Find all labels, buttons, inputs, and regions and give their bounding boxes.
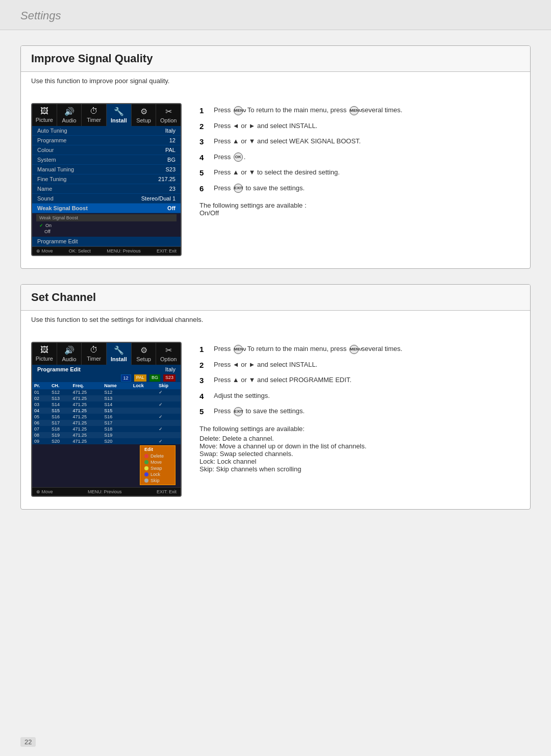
manualtuning-value: S23 [165,166,176,172]
sc-step-5-num: 5 [199,406,211,418]
set-channel-following: The following settings are available: De… [199,425,520,473]
tv-tab-option: ✂ Option [156,104,181,126]
tv-tab2-option-label: Option [160,356,177,362]
col-skip: Skip [157,382,181,389]
table-row: 06 S17 471.25 S17 [32,420,181,426]
menu-button-icon-2: MENU [349,106,359,115]
menu-row-colour: Colour PAL [32,145,181,155]
tv-tab2-option: ✂ Option [156,343,181,365]
prog-edit-header-row: Programme Edit Italy [32,365,181,374]
row-skip: ✓ [157,389,181,395]
programme-table: Pr. CH. Freq. Name Lock Skip [32,382,181,444]
edit-popup-area: Edit Delete Move [32,444,181,487]
row-pr: 03 [32,401,49,408]
sc-lock-desc: Lock: Lock channel [199,458,520,465]
sc-step-5: 5 Press EXIT to save the settings. [199,406,520,418]
badge-bg: BG [149,374,160,382]
improve-signal-title: Improve Signal Quality [21,46,530,72]
row-lock [131,438,157,444]
menu-row-finetuning: Fine Tuning 217.25 [32,174,181,184]
step-6-num: 6 [199,183,211,195]
option-icon: ✂ [157,107,180,116]
col-pr: Pr. [32,382,49,389]
table-row: 07 S18 471.25 S18 ✓ [32,426,181,432]
row-skip: ✓ [157,414,181,420]
picture-icon-2: 🖼 [33,345,56,355]
row-skip: ✓ [157,426,181,432]
edit-popup-title: Edit [144,447,171,452]
row-name: S19 [102,432,131,438]
sc-exit-button: EXIT [234,407,243,416]
set-channel-steps-col: 1 Press MENU. To return to the main menu… [199,342,520,497]
tv-tab-option-label: Option [160,117,177,123]
tv-tab2-audio-label: Audio [62,356,76,362]
col-name: Name [102,382,131,389]
step-1-num: 1 [199,105,211,117]
status-badges: 12 PAL BG S23 [32,374,181,382]
row-pr: 01 [32,389,49,395]
row-freq: 471.25 [71,420,103,426]
edit-skip-label: Skip [151,478,160,483]
ok-button-icon: OK [234,153,243,162]
setup-icon-2: ⚙ [133,345,155,355]
submenu-title: Weak Signal Boost [36,214,177,221]
improve-following-text: The following settings are available : O… [199,201,520,217]
install-icon: 🔧 [108,107,130,116]
set-channel-title: Set Channel [21,285,530,311]
sc-step-2-num: 2 [199,360,211,371]
timer-icon-2: ⏱ [83,345,105,355]
col-freq: Freq. [71,382,103,389]
step-3: 3 Press ▲ or ▼ and select WEAK SIGNAL BO… [199,136,520,148]
programme-value: 12 [169,137,176,143]
tv-menu-tabs-2: 🖼 Picture 🔊 Audio ⏱ Timer [32,343,181,365]
row-lock [131,420,157,426]
tv-statusbar-improve: ⊕ Move OK: Select MENU: Previous EXIT: E… [32,246,181,255]
menu-row-name: Name 23 [32,184,181,194]
tv-tab-timer: ⏱ Timer [82,104,107,126]
tv-tab-timer-label: Timer [87,117,101,123]
prog-edit-header-label: Programme Edit [37,366,81,372]
row-ch: S14 [49,401,71,408]
step-5-text: Press ▲ or ▼ to select the desired setti… [214,167,340,178]
set-channel-section: Set Channel Use this function to set the… [20,284,531,510]
table-row: 09 S20 471.25 S20 ✓ [32,438,181,444]
menu-row-autotuning: Auto Tuning Italy [32,126,181,136]
row-freq: 471.25 [71,426,103,432]
row-name: S14 [102,401,131,408]
step-4: 4 Press OK. [199,152,520,164]
tv-tab-audio: 🔊 Audio [57,104,82,126]
row-pr: 09 [32,438,49,444]
exit-button-icon: EXIT [234,184,243,193]
swap-dot [144,466,148,470]
row-name: S13 [102,395,131,401]
sc-step-2: 2 Press ◄ or ► and select INSTALL. [199,360,520,371]
row-lock [131,395,157,401]
improve-signal-steps-col: 1 Press MENU. To return to the main menu… [199,103,520,256]
statusbar-menu: MENU: Previous [107,248,141,254]
system-label: System [37,157,56,163]
improve-signal-body: 🖼 Picture 🔊 Audio ⏱ Timer [21,93,530,268]
page-number: 22 [20,737,36,747]
prog-edit-header-country: Italy [165,366,176,372]
tv-tab-picture-label: Picture [36,117,53,123]
edit-move: Move [144,459,171,465]
row-skip: ✓ [157,438,181,444]
autotuning-label: Auto Tuning [37,128,67,134]
step-2-num: 2 [199,121,211,133]
row-pr: 06 [32,420,49,426]
badge-12: 12 [121,374,131,382]
tv-tab2-timer: ⏱ Timer [82,343,107,365]
statusbar2-move: ⊕ Move [36,489,53,494]
setup-icon: ⚙ [133,107,155,116]
tv-tab2-audio: 🔊 Audio [57,343,82,365]
improve-signal-description: Use this function to improve poor signal… [31,77,520,85]
row-lock [131,432,157,438]
tv-tab2-install-label: Install [111,356,127,362]
sc-step-1-num: 1 [199,344,211,356]
main-content: Improve Signal Quality Use this function… [0,30,551,540]
set-channel-description: Use this function to set the settings fo… [31,316,520,323]
step-5-num: 5 [199,167,211,179]
edit-skip: Skip [144,477,171,484]
set-channel-steps: 1 Press MENU. To return to the main menu… [199,344,520,418]
row-lock [131,401,157,408]
